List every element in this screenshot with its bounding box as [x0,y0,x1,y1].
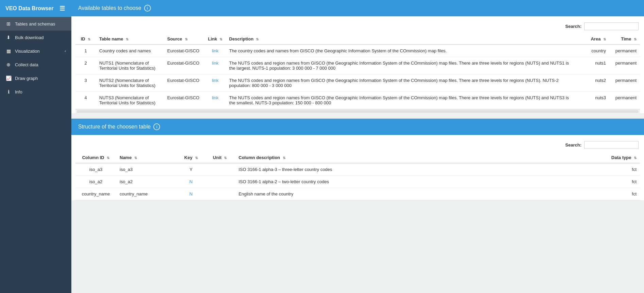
structure-search-input[interactable] [584,141,639,149]
app-title: VEO Data Browser ☰ [0,0,71,17]
cell-colid: country_name [75,188,116,200]
sidebar-label-draw-graph: Draw graph [15,76,38,81]
cell-tablename: NUTS2 (Nomenclature of Territorial Units… [96,74,164,92]
col-header-unit[interactable]: Unit ⇅ [205,152,235,163]
cell-link[interactable]: link [205,45,226,57]
cell-tablename: Country codes and names [96,45,164,57]
cell-description: The NUTS codes and region names from GIS… [226,57,579,74]
cell-dtype: fct [606,188,640,200]
cell-source: Eurostat-GISCO [164,74,205,92]
available-tables-scrollbar-h[interactable] [75,109,640,113]
cell-link[interactable]: link [205,92,226,109]
app-title-text: VEO Data Browser [5,5,53,12]
cell-colid: iso_a3 [75,163,116,176]
cell-area: nuts3 [579,92,609,109]
cell-time: permanent [609,45,640,57]
table-row[interactable]: iso_a2 iso_a2 N ISO 3166-1 alpha-2 – two… [75,176,640,188]
cell-area: nuts1 [579,57,609,74]
table-row[interactable]: 4 NUTS3 (Nomenclature of Territorial Uni… [75,92,640,109]
table-row[interactable]: iso_a3 iso_a3 Y ISO 3166-1 alpha-3 – thr… [75,163,640,176]
structure-table: Column ID ⇅ Name ⇅ Key ⇅ Unit ⇅ Column d… [75,152,640,200]
cell-time: permanent [609,57,640,74]
table-row[interactable]: 1 Country codes and names Eurostat-GISCO… [75,45,640,57]
available-tables-section: Available tables to choose i Search: ID … [71,0,644,113]
available-tables-search-row: Search: [75,20,640,34]
cell-link[interactable]: link [205,57,226,74]
cell-time: permanent [609,74,640,92]
sidebar-label-visualization: Visualization [15,49,40,54]
col-header-name[interactable]: Name ⇅ [116,152,177,163]
cell-key: N [177,176,205,188]
cell-time: permanent [609,92,640,109]
sidebar-item-collect-data[interactable]: ⊕ Collect data [0,58,71,71]
col-header-tablename[interactable]: Table name ⇅ [96,34,164,45]
tables-icon: ⊞ [5,21,12,27]
structure-section: Structure of the choosen table i Search:… [71,119,644,200]
cell-source: Eurostat-GISCO [164,57,205,74]
cell-name: iso_a2 [116,176,177,188]
col-header-colid[interactable]: Column ID ⇅ [75,152,116,163]
available-tables-table: ID ⇅ Table name ⇅ Source ⇅ Link ⇅ Descri… [75,34,640,109]
available-tables-header: Available tables to choose i [71,0,644,16]
table-row[interactable]: country_name country_name N English name… [75,188,640,200]
cell-coldesc: ISO 3166-1 alpha-2 – two-letter country … [235,176,606,188]
cell-tablename: NUTS1 (Nomenclature of Territorial Units… [96,57,164,74]
available-tables-info-btn[interactable]: i [144,5,151,12]
col-header-id[interactable]: ID ⇅ [75,34,96,45]
cell-description: The NUTS codes and region names from GIS… [226,92,579,109]
download-icon: ⬇ [5,35,12,40]
sidebar: VEO Data Browser ☰ ⊞ Tables and schemas … [0,0,71,293]
cell-name: country_name [116,188,177,200]
col-header-description[interactable]: Description ⇅ [226,34,579,45]
section-gap [71,113,644,119]
table-row[interactable]: 2 NUTS1 (Nomenclature of Territorial Uni… [75,57,640,74]
cell-description: The NUTS codes and region names from GIS… [226,74,579,92]
collect-icon: ⊕ [5,62,12,67]
cell-unit [205,163,235,176]
cell-dtype: fct [606,176,640,188]
table-row[interactable]: 3 NUTS2 (Nomenclature of Territorial Uni… [75,74,640,92]
sidebar-item-info[interactable]: ℹ Info [0,85,71,99]
available-tables-title: Available tables to choose [78,5,141,11]
chart-icon: ▦ [5,48,12,54]
cell-area: country [579,45,609,57]
cell-coldesc: English name of the country [235,188,606,200]
sidebar-label-bulk-download: Bulk download [15,35,44,40]
chevron-right-icon: ‹ [65,49,66,53]
sidebar-label-info: Info [15,89,22,94]
cell-coldesc: ISO 3166-1 alpha-3 – three-letter countr… [235,163,606,176]
cell-dtype: fct [606,163,640,176]
hamburger-menu[interactable]: ☰ [59,5,65,12]
structure-table-container: Search: Column ID ⇅ Name ⇅ Key ⇅ Unit ⇅ … [71,135,644,200]
sidebar-item-draw-graph[interactable]: 📈 Draw graph [0,71,71,85]
sidebar-item-bulk-download[interactable]: ⬇ Bulk download [0,31,71,44]
col-header-time[interactable]: Time ⇅ [609,34,640,45]
col-header-area[interactable]: Area ⇅ [579,34,609,45]
col-header-source[interactable]: Source ⇅ [164,34,205,45]
available-tables-search-input[interactable] [584,22,639,30]
cell-link[interactable]: link [205,74,226,92]
sidebar-item-visualization[interactable]: ▦ Visualization ‹ [0,44,71,58]
cell-id: 2 [75,57,96,74]
col-header-key[interactable]: Key ⇅ [177,152,205,163]
structure-info-btn[interactable]: i [153,123,160,130]
sidebar-label-collect-data: Collect data [15,62,38,67]
cell-id: 1 [75,45,96,57]
cell-unit [205,176,235,188]
sidebar-item-tables-schemas[interactable]: ⊞ Tables and schemas [0,17,71,31]
cell-key: Y [177,163,205,176]
cell-name: iso_a3 [116,163,177,176]
cell-key: N [177,188,205,200]
structure-search-row: Search: [75,139,640,152]
main-content: Available tables to choose i Search: ID … [71,0,644,293]
col-header-link[interactable]: Link ⇅ [205,34,226,45]
col-header-coldesc[interactable]: Column description ⇅ [235,152,606,163]
cell-unit [205,188,235,200]
col-header-dtype[interactable]: Data type ⇅ [606,152,640,163]
scrollbar-track [77,110,639,113]
info-icon: ℹ [5,89,12,94]
cell-description: The country codes and names from GISCO (… [226,45,579,57]
cell-tablename: NUTS3 (Nomenclature of Territorial Units… [96,92,164,109]
cell-id: 3 [75,74,96,92]
cell-id: 4 [75,92,96,109]
